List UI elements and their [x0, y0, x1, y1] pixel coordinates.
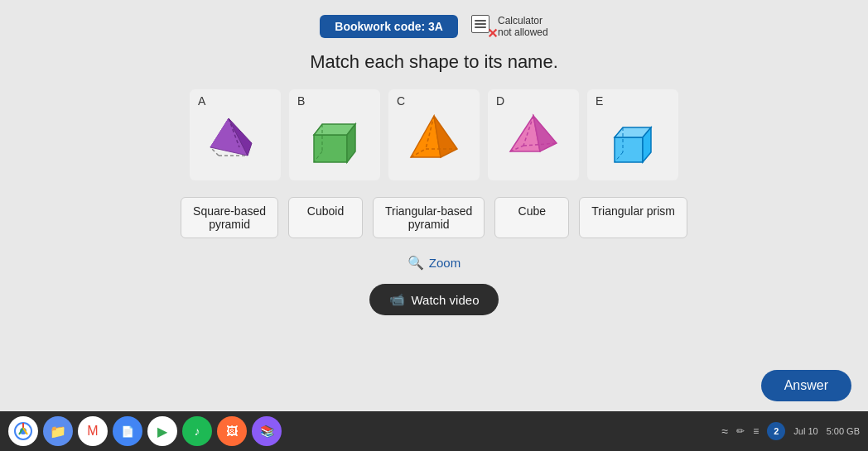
taskbar-img-icon[interactable]: 🖼 [217, 416, 247, 446]
zoom-label: Zoom [429, 256, 461, 270]
calculator-label: Calculator [498, 15, 548, 26]
taskbar-spotify-icon[interactable]: ♪ [182, 416, 212, 446]
menu-icon: ≡ [753, 425, 759, 437]
calculator-info: ✕ Calculator not allowed [471, 15, 548, 38]
shape-card-a[interactable]: A [190, 89, 281, 180]
zoom-button[interactable]: 🔍 Zoom [407, 255, 461, 271]
wifi-icon: ≈ [722, 425, 729, 438]
shape-e-svg [600, 106, 666, 172]
zoom-icon: 🔍 [407, 255, 424, 271]
taskbar-play-icon[interactable]: ▶ [147, 416, 177, 446]
taskbar-docs-icon[interactable]: 📄 [113, 416, 142, 446]
svg-marker-23 [615, 137, 643, 162]
shape-card-c[interactable]: C [388, 89, 480, 180]
taskbar-chrome-icon[interactable] [8, 416, 38, 446]
svg-marker-7 [314, 135, 347, 162]
name-card-triangular-prism[interactable]: Triangular prism [579, 197, 687, 238]
shape-c-svg [401, 106, 467, 172]
video-play-icon: 📹 [389, 292, 405, 307]
watch-video-button[interactable]: 📹 Watch video [369, 284, 499, 315]
name-card-square-based-pyramid[interactable]: Square-basedpyramid [181, 197, 278, 238]
shape-b-svg [301, 106, 368, 172]
watch-video-label: Watch video [412, 293, 480, 307]
bookwork-badge: Bookwork code: 3A [320, 15, 458, 38]
shape-card-b[interactable]: B [289, 89, 380, 180]
calculator-icon: ✕ [471, 15, 494, 38]
shape-label-e: E [596, 94, 603, 108]
calculator-status: not allowed [498, 26, 548, 38]
instruction-text: Match each shape to its name. [310, 51, 558, 73]
shapes-row: A B [190, 89, 678, 180]
shape-label-c: C [397, 94, 405, 108]
name-cards-row: Square-basedpyramid Cuboid Triangular-ba… [181, 197, 687, 238]
shape-d-svg [500, 106, 567, 172]
user-icon: 2 [767, 422, 785, 440]
taskbar-gmail-icon[interactable]: M [78, 416, 108, 446]
taskbar: 📁 M 📄 ▶ ♪ 🖼 📚 ≈ ✏ ≡ 2 Jul 10 5:00 GB [0, 411, 868, 451]
taskbar-right: ≈ ✏ ≡ 2 Jul 10 5:00 GB [722, 422, 860, 440]
name-card-triangular-based-pyramid[interactable]: Triangular-basedpyramid [373, 197, 485, 238]
shape-label-d: D [496, 94, 504, 108]
taskbar-edu-icon[interactable]: 📚 [252, 416, 282, 446]
x-mark: ✕ [487, 26, 498, 41]
shape-a-svg [202, 106, 268, 172]
name-card-cube[interactable]: Cube [494, 197, 569, 238]
taskbar-date: Jul 10 [793, 426, 817, 436]
shape-label-a: A [198, 94, 205, 108]
shape-label-b: B [297, 94, 305, 108]
shape-card-d[interactable]: D [488, 89, 579, 180]
pen-icon: ✏ [736, 425, 745, 437]
taskbar-files-icon[interactable]: 📁 [43, 416, 73, 446]
taskbar-time: 5:00 GB [827, 426, 860, 436]
answer-button[interactable]: Answer [761, 370, 851, 401]
name-card-cuboid[interactable]: Cuboid [288, 197, 363, 238]
top-bar: Bookwork code: 3A ✕ Calculator not allow… [320, 15, 547, 38]
shape-card-e[interactable]: E [587, 89, 678, 180]
